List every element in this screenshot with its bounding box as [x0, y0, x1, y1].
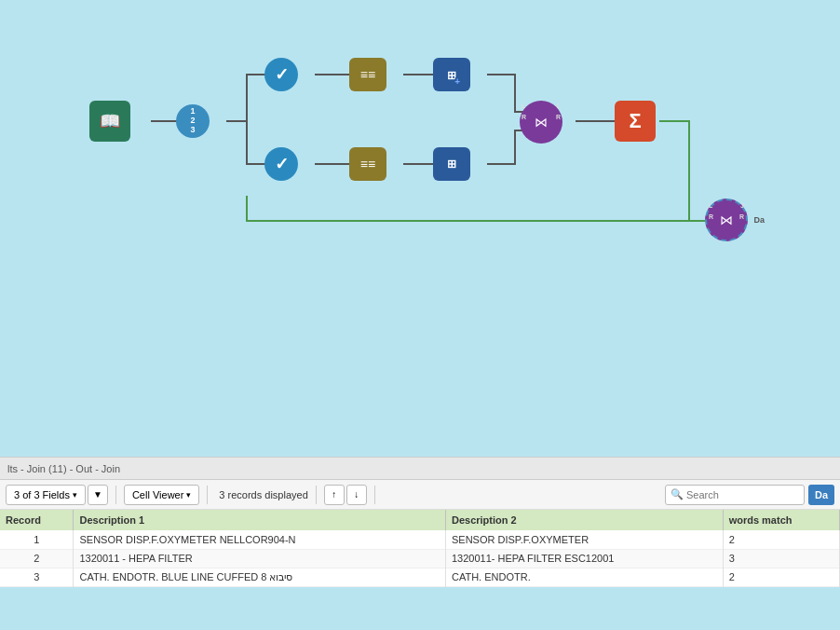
cell-desc2: SENSOR DISP.F.OXYMETER: [445, 530, 723, 549]
cell-desc1: 1320011 - HEPA FILTER: [74, 549, 446, 568]
node-sigma[interactable]: Σ: [615, 101, 656, 142]
nav-down-button[interactable]: ↓: [346, 485, 367, 505]
cell-viewer-dropdown-icon: ▾: [186, 490, 191, 500]
fields-dropdown-icon: ▾: [73, 490, 77, 500]
table-row[interactable]: 2 1320011 - HEPA FILTER 1320011- HEPA FI…: [0, 549, 840, 568]
node-join-add2[interactable]: ⊞: [433, 147, 470, 181]
breadcrumb-bar: lts - Join (11) - Out - Join: [0, 458, 840, 480]
toolbar-separator-3: [316, 486, 317, 504]
column-header-words-match: words match: [723, 510, 839, 530]
node-sort[interactable]: 123: [176, 104, 210, 138]
node-join-purple[interactable]: ⋈ L R L R: [520, 101, 562, 144]
cell-desc2: CATH. ENDOTR.: [445, 568, 723, 586]
cell-record: 3: [0, 568, 74, 586]
search-input[interactable]: [665, 485, 805, 505]
table-header-row: Record Description 1 Description 2 words…: [0, 510, 840, 530]
column-header-desc1: Description 1: [74, 510, 446, 530]
toolbar-separator-4: [374, 486, 375, 504]
cell-words-match: 2: [723, 568, 839, 586]
table-row[interactable]: 3 CATH. ENDOTR. BLUE LINE CUFFED 8 סיבוא…: [0, 568, 840, 586]
cell-words-match: 3: [723, 549, 839, 568]
nav-up-button[interactable]: ↑: [324, 485, 345, 505]
column-header-desc2: Description 2: [445, 510, 723, 530]
cell-record: 2: [0, 549, 74, 568]
search-wrapper: 🔍: [665, 485, 805, 505]
breadcrumb-text: lts - Join (11) - Out - Join: [7, 463, 120, 474]
node-join-add1[interactable]: ⊞ +: [433, 58, 470, 91]
workflow-canvas: 📖 123 ✓ ≡≡ ⊞ + ✓ ≡≡ ⊞ ⋈ L R L R Σ: [0, 0, 840, 457]
down-arrow-icon: ▼: [93, 489, 102, 500]
toolbar-separator-2: [207, 486, 208, 504]
fields-selector-group: 3 of 3 Fields ▾ ▼: [6, 485, 108, 505]
node-join-purple2[interactable]: ⋈ L R J R Da: [705, 199, 748, 241]
down-arrow-icon: ↓: [354, 489, 359, 500]
fields-label: 3 of 3 Fields: [14, 489, 70, 500]
cell-desc1: SENSOR DISP.F.OXYMETER NELLCOR904-N: [74, 530, 446, 549]
cell-record: 1: [0, 530, 74, 549]
cell-viewer-button[interactable]: Cell Viewer ▾: [124, 485, 199, 505]
toolbar-bar: 3 of 3 Fields ▾ ▼ Cell Viewer ▾ 3 record…: [0, 480, 840, 510]
fields-down-arrow-button[interactable]: ▼: [88, 485, 108, 505]
da-button-label: Da: [815, 489, 828, 500]
da-button[interactable]: Da: [808, 485, 834, 505]
data-table: Record Description 1 Description 2 words…: [0, 510, 840, 587]
node-check1[interactable]: ✓: [264, 58, 298, 91]
nav-arrows-group: ↑ ↓: [324, 485, 367, 505]
node-book[interactable]: 📖: [89, 101, 130, 142]
fields-selector-button[interactable]: 3 of 3 Fields ▾: [6, 485, 86, 505]
up-arrow-icon: ↑: [332, 489, 336, 500]
cell-desc2: 1320011- HEPA FILTER ESC12001: [445, 549, 723, 568]
column-header-record: Record: [0, 510, 74, 530]
records-displayed-text: 3 records displayed: [219, 489, 307, 500]
node-table1[interactable]: ≡≡: [349, 58, 386, 91]
table-body: 1 SENSOR DISP.F.OXYMETER NELLCOR904-N SE…: [0, 530, 840, 586]
node-table2[interactable]: ≡≡: [349, 147, 386, 181]
cell-desc1: CATH. ENDOTR. BLUE LINE CUFFED 8 סיבוא: [74, 568, 446, 586]
bottom-panel: lts - Join (11) - Out - Join 3 of 3 Fiel…: [0, 457, 840, 587]
table-row[interactable]: 1 SENSOR DISP.F.OXYMETER NELLCOR904-N SE…: [0, 530, 840, 549]
toolbar-separator-1: [115, 486, 116, 504]
node-check2[interactable]: ✓: [264, 147, 298, 181]
search-container: 🔍 Da: [665, 485, 834, 505]
cell-words-match: 2: [723, 530, 839, 549]
cell-viewer-label: Cell Viewer: [132, 489, 183, 500]
